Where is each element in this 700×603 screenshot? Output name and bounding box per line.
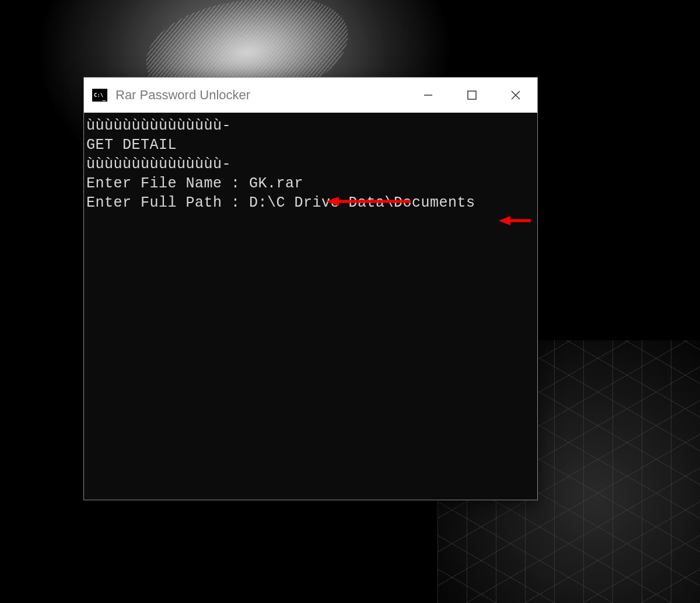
close-button[interactable] — [494, 78, 537, 113]
maximize-button[interactable] — [450, 78, 494, 113]
console-line: GET DETAIL — [86, 135, 535, 155]
titlebar[interactable]: C:\ Rar Password Unlocker — [84, 78, 537, 113]
minimize-button[interactable] — [406, 78, 450, 113]
console-output[interactable]: ùùùùùùùùùùùùùùù- GET DETAIL ùùùùùùùùùùùù… — [84, 113, 537, 500]
full-path-input: Enter Full Path : D:\C Drive Data\Docume… — [86, 193, 535, 212]
window-title: Rar Password Unlocker — [116, 88, 406, 103]
window-controls — [406, 78, 537, 113]
console-line: ùùùùùùùùùùùùùùù- — [86, 155, 535, 174]
file-name-input: Enter File Name : GK.rar — [86, 174, 535, 193]
console-line: ùùùùùùùùùùùùùùù- — [86, 116, 535, 135]
cmd-icon: C:\ — [92, 89, 107, 102]
command-prompt-window: C:\ Rar Password Unlocker ùùùùùùùùùùùùùù… — [83, 77, 538, 500]
svg-rect-1 — [468, 91, 476, 99]
